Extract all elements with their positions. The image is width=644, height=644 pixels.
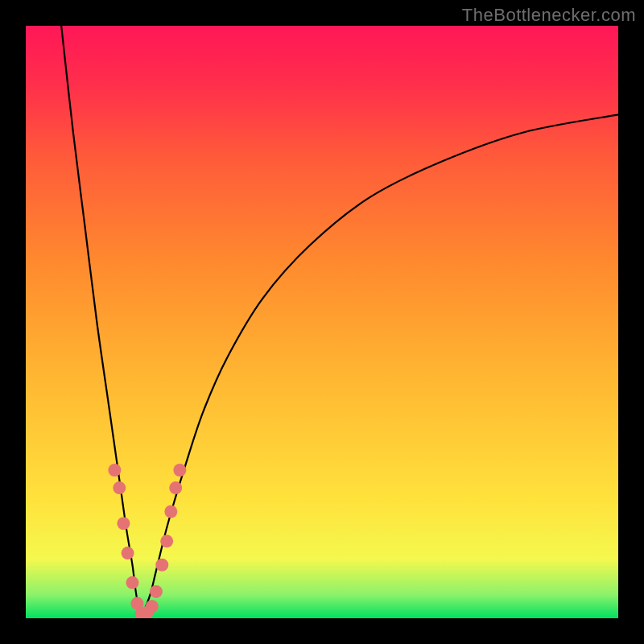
data-point-marker [155,559,168,572]
plot-area [26,26,618,618]
data-point-marker [164,506,177,518]
data-point-marker [117,517,130,530]
left-branch-curve [61,26,141,618]
data-point-marker [146,600,159,613]
chart-frame: TheBottlenecker.com [0,0,644,644]
data-point-marker [122,547,134,559]
data-point-marker [126,576,138,589]
data-point-marker [173,464,186,477]
data-point-marker [113,481,126,494]
right-branch-curve [142,114,618,618]
watermark-text: TheBottlenecker.com [462,5,636,26]
data-point-marker [150,585,163,598]
curve-layer [26,26,618,618]
data-point-marker [169,481,182,494]
marker-group [108,464,186,618]
data-point-marker [108,464,121,477]
data-point-marker [160,535,173,547]
